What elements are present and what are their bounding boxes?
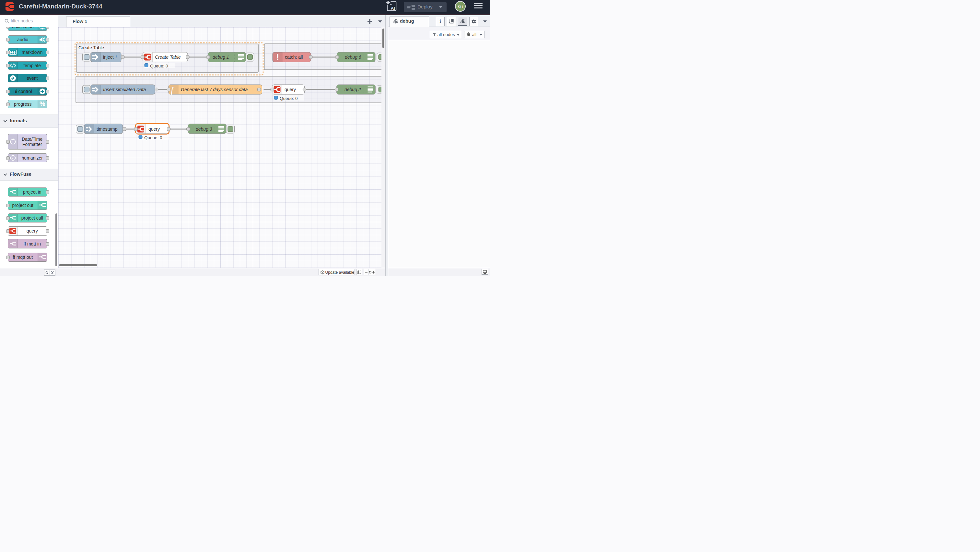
svg-text:AI: AI xyxy=(391,6,395,11)
svg-text:debug 3: debug 3 xyxy=(196,126,212,132)
svg-text:Create Table: Create Table xyxy=(155,54,181,60)
svg-text:query: query xyxy=(285,87,296,92)
svg-text:inject: inject xyxy=(103,54,114,60)
svg-text:Queue: 0: Queue: 0 xyxy=(280,96,298,101)
svg-text:Queue: 0: Queue: 0 xyxy=(150,64,168,69)
svg-text:timestamp: timestamp xyxy=(97,126,118,132)
svg-text:Insert simulated Data: Insert simulated Data xyxy=(103,87,146,92)
svg-text:debug 6: debug 6 xyxy=(345,54,361,60)
svg-text:query: query xyxy=(148,126,160,132)
svg-text:1: 1 xyxy=(115,54,117,58)
svg-text:Create Table: Create Table xyxy=(78,45,104,50)
svg-text:Generate last 7 days sensor da: Generate last 7 days sensor data xyxy=(181,87,248,92)
svg-text:catch: all: catch: all xyxy=(285,54,303,60)
svg-text:debug 2: debug 2 xyxy=(345,87,361,92)
svg-text:debug 1: debug 1 xyxy=(213,54,229,60)
svg-text:%: % xyxy=(40,101,45,107)
svg-text:Queue: 0: Queue: 0 xyxy=(144,135,162,140)
